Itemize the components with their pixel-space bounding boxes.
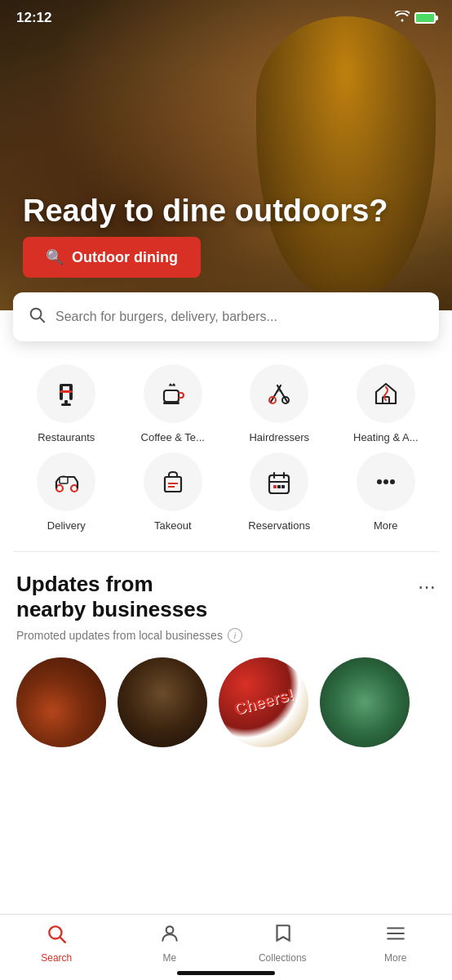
delivery-icon-wrap (37, 452, 95, 511)
more-nav-icon (385, 923, 406, 949)
me-nav-label: Me (162, 952, 176, 964)
search-nav-icon (46, 923, 67, 949)
svg-rect-5 (60, 390, 73, 393)
battery-icon (414, 12, 436, 24)
takeout-label: Takeout (154, 519, 192, 532)
updates-title: Updates fromnearby businesses (16, 572, 207, 622)
nav-more[interactable]: More (367, 923, 424, 964)
category-restaurants[interactable]: Restaurants (25, 364, 107, 444)
svg-rect-9 (163, 402, 179, 404)
collections-nav-label: Collections (259, 952, 307, 964)
home-indicator (177, 971, 275, 975)
svg-point-13 (56, 485, 63, 492)
business-thumbnails: Cheers! (16, 657, 436, 755)
restaurants-icon-wrap (37, 364, 95, 423)
collections-nav-icon (272, 923, 293, 949)
search-icon (28, 305, 46, 328)
outdoor-dining-button[interactable]: 🔍 Outdoor dining (23, 237, 201, 278)
svg-point-31 (166, 926, 173, 933)
svg-rect-25 (277, 485, 281, 488)
coffee-icon-wrap (144, 364, 202, 423)
status-icons (395, 11, 436, 25)
svg-point-14 (71, 485, 78, 492)
category-hairdressers[interactable]: Hairdressers (238, 364, 320, 444)
category-coffee[interactable]: Coffee & Te... (132, 364, 214, 444)
business-thumb-2[interactable] (117, 657, 207, 747)
cheers-label: Cheers! (232, 685, 295, 719)
svg-point-28 (390, 479, 395, 484)
search-input[interactable] (55, 310, 424, 324)
more-nav-label: More (384, 952, 406, 964)
info-icon[interactable]: i (228, 628, 242, 643)
category-reservations[interactable]: Reservations (238, 452, 320, 532)
heating-icon-wrap (357, 364, 415, 423)
updates-section: Updates fromnearby businesses ⋯ Promoted… (0, 572, 452, 755)
nav-me[interactable]: Me (141, 923, 198, 964)
coffee-label: Coffee & Te... (141, 431, 205, 444)
svg-line-30 (60, 938, 65, 942)
hairdressers-icon-wrap (250, 364, 308, 423)
status-bar: 12:12 (0, 0, 452, 36)
svg-point-27 (383, 479, 388, 484)
svg-point-26 (377, 479, 382, 484)
restaurants-label: Restaurants (38, 431, 95, 444)
hero-section: Ready to dine outdoors? 🔍 Outdoor dining (0, 0, 452, 310)
categories-row-1: Restaurants Coffee & Te... (13, 364, 439, 444)
delivery-label: Delivery (47, 519, 86, 532)
bottom-navigation: Search Me Collections More (0, 914, 452, 980)
reservations-label: Reservations (248, 519, 310, 532)
svg-rect-15 (60, 477, 68, 483)
updates-more-button[interactable]: ⋯ (418, 577, 436, 598)
search-icon: 🔍 (46, 248, 64, 266)
more-icon-wrap (357, 452, 415, 511)
svg-rect-8 (164, 390, 179, 402)
nav-search[interactable]: Search (28, 923, 85, 964)
svg-line-1 (40, 318, 44, 322)
search-nav-label: Search (41, 952, 72, 964)
business-thumb-4[interactable] (320, 657, 410, 747)
hairdressers-label: Hairdressers (249, 431, 309, 444)
business-thumb-1[interactable] (16, 657, 106, 747)
hero-person-image (256, 16, 436, 294)
hero-title: Ready to dine outdoors? (23, 194, 388, 229)
status-time: 12:12 (16, 10, 51, 26)
svg-rect-24 (281, 485, 285, 488)
category-more[interactable]: More (345, 452, 427, 532)
business-thumb-3[interactable]: Cheers! (219, 657, 308, 747)
heating-label: Heating & A... (353, 431, 419, 444)
reservations-icon-wrap (250, 452, 308, 511)
categories-row-2: Delivery Takeout (13, 452, 439, 532)
updates-header: Updates fromnearby businesses ⋯ (16, 572, 436, 622)
search-bar[interactable] (13, 292, 439, 341)
section-divider (13, 551, 439, 552)
category-takeout[interactable]: Takeout (132, 452, 214, 532)
search-bar-container (13, 292, 439, 341)
svg-rect-7 (61, 403, 71, 406)
category-delivery[interactable]: Delivery (25, 452, 107, 532)
svg-rect-19 (269, 475, 289, 493)
me-nav-icon (159, 923, 180, 949)
svg-rect-23 (273, 485, 277, 488)
updates-subtitle: Promoted updates from local businesses i (16, 628, 436, 643)
takeout-icon-wrap (144, 452, 202, 511)
more-label: More (374, 519, 398, 532)
nav-collections[interactable]: Collections (254, 923, 311, 964)
categories-section: Restaurants Coffee & Te... (0, 341, 452, 532)
svg-rect-6 (64, 400, 68, 403)
category-heating[interactable]: Heating & A... (345, 364, 427, 444)
hero-text-block: Ready to dine outdoors? (23, 194, 388, 229)
wifi-icon (395, 11, 410, 25)
